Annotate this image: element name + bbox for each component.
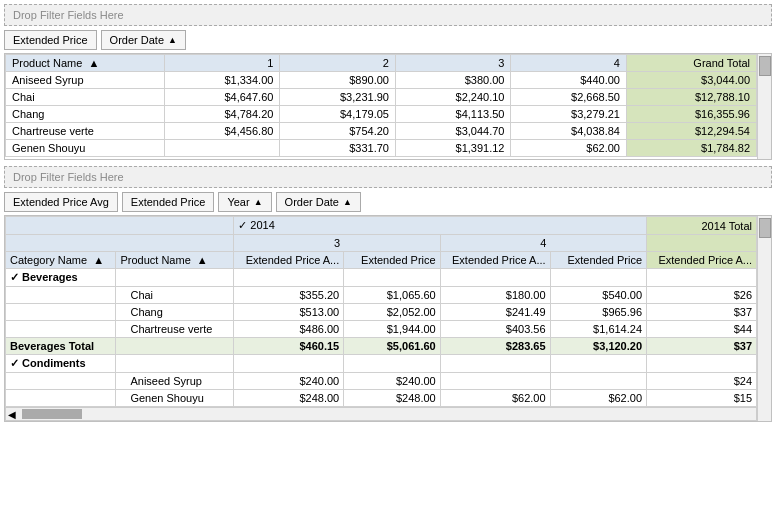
scrollbar-v-2[interactable] — [757, 216, 771, 421]
filter-btn-order-date-label: Order Date — [110, 34, 164, 46]
col-product-name[interactable]: Product Name ▲ — [6, 55, 165, 72]
pivot-table-1: Product Name ▲ 1 2 3 4 Grand Total Anise… — [5, 54, 757, 157]
table-row: Chartreuse verte $4,456.80 $754.20 $3,04… — [6, 123, 757, 140]
category-beverages: ✓ Beverages — [6, 269, 116, 287]
table-row: Genen Shouyu $331.70 $1,391.12 $62.00 $1… — [6, 140, 757, 157]
filter-btn-extended-price[interactable]: Extended Price — [4, 30, 97, 50]
col-ext-price-avg-q3: Extended Price A... — [234, 252, 344, 269]
drop-zone-2-label: Drop Filter Fields Here — [13, 171, 124, 183]
product-chai: Chai — [116, 287, 234, 304]
quarter-3: 3 — [234, 235, 440, 252]
table-row: ✓ Beverages — [6, 269, 757, 287]
filter-btn-ext-price-2[interactable]: Extended Price — [122, 192, 215, 212]
col-2014-total: 2014 Total — [647, 217, 757, 235]
filter-btn-ext-price-avg[interactable]: Extended Price Avg — [4, 192, 118, 212]
col-q3: 3 — [395, 55, 511, 72]
table-row: Genen Shouyu $248.00 $248.00 $62.00 $62.… — [6, 390, 757, 407]
filter-btn-year[interactable]: Year ▲ — [218, 192, 271, 212]
order-date-arrow: ▲ — [168, 35, 177, 45]
order-date-2-arrow: ▲ — [343, 197, 352, 207]
table-row: Chartreuse verte $486.00 $1,944.00 $403.… — [6, 321, 757, 338]
product-name: Aniseed Syrup — [6, 72, 165, 89]
col-ext-price-avg-q4: Extended Price A... — [440, 252, 550, 269]
col-product-name-2[interactable]: Product Name ▲ — [116, 252, 234, 269]
col-ext-price-q4: Extended Price — [550, 252, 646, 269]
filter-btn-order-date-2-label: Order Date — [285, 196, 339, 208]
filter-btn-ext-price-avg-label: Extended Price Avg — [13, 196, 109, 208]
filter-btn-ext-price-2-label: Extended Price — [131, 196, 206, 208]
table-row: Chai $4,647.60 $3,231.90 $2,240.10 $2,66… — [6, 89, 757, 106]
scrollbar-v-1[interactable] — [757, 54, 771, 159]
scrollbar-thumb-1[interactable] — [759, 56, 771, 76]
drop-zone-1[interactable]: Drop Filter Fields Here — [4, 4, 772, 26]
year-arrow: ▲ — [254, 197, 263, 207]
col-category-name[interactable]: Category Name ▲ — [6, 252, 116, 269]
drop-zone-1-label: Drop Filter Fields Here — [13, 9, 124, 21]
filter-btn-extended-price-label: Extended Price — [13, 34, 88, 46]
beverages-total-label: Beverages Total — [6, 338, 116, 355]
product-name: Chartreuse verte — [6, 123, 165, 140]
year-2014: ✓ 2014 — [234, 217, 647, 235]
table-row: Aniseed Syrup $240.00 $240.00 $24 — [6, 373, 757, 390]
table-row: ✓ Condiments — [6, 355, 757, 373]
col-ext-price-q3: Extended Price — [344, 252, 440, 269]
col-q2: 2 — [280, 55, 396, 72]
table-row: Chang $513.00 $2,052.00 $241.49 $965.96 … — [6, 304, 757, 321]
product-cell — [116, 269, 234, 287]
scrollbar-track[interactable] — [22, 409, 82, 419]
scrollbar-h-2[interactable]: ◀ — [5, 407, 757, 421]
col-ext-price-total: Extended Price A... — [647, 252, 757, 269]
table-row: Chai $355.20 $1,065.60 $180.00 $540.00 $… — [6, 287, 757, 304]
col-q4: 4 — [511, 55, 627, 72]
filter-btn-order-date-2[interactable]: Order Date ▲ — [276, 192, 361, 212]
drop-zone-2[interactable]: Drop Filter Fields Here — [4, 166, 772, 188]
product-chartreuse: Chartreuse verte — [116, 321, 234, 338]
product-genen: Genen Shouyu — [116, 390, 234, 407]
table-row: Aniseed Syrup $1,334.00 $890.00 $380.00 … — [6, 72, 757, 89]
beverages-total-row: Beverages Total $460.15 $5,061.60 $283.6… — [6, 338, 757, 355]
scrollbar-thumb-2[interactable] — [759, 218, 771, 238]
filter-btn-order-date[interactable]: Order Date ▲ — [101, 30, 186, 50]
product-name: Chai — [6, 89, 165, 106]
product-aniseed: Aniseed Syrup — [116, 373, 234, 390]
product-name: Chang — [6, 106, 165, 123]
category-condiments: ✓ Condiments — [6, 355, 116, 373]
filter-btn-year-label: Year — [227, 196, 249, 208]
col-q1: 1 — [164, 55, 280, 72]
table-row: Chang $4,784.20 $4,179.05 $4,113.50 $3,2… — [6, 106, 757, 123]
product-chang: Chang — [116, 304, 234, 321]
pivot-table-2: ✓ 2014 2014 Total 3 4 Category Name ▲ Pr… — [5, 216, 757, 407]
quarter-4: 4 — [440, 235, 646, 252]
col-grand-total: Grand Total — [626, 55, 756, 72]
product-name: Genen Shouyu — [6, 140, 165, 157]
scroll-left-arrow[interactable]: ◀ — [6, 408, 18, 421]
